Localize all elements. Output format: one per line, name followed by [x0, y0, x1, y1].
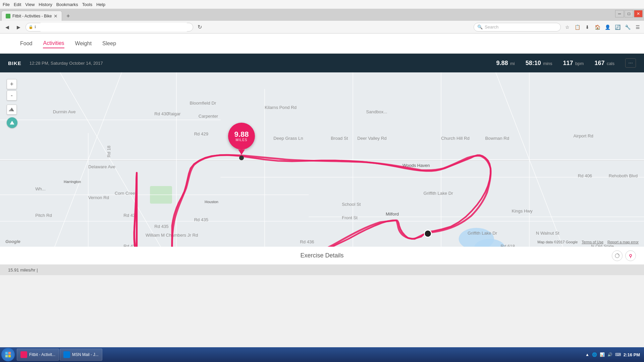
nav-food[interactable]: Food	[20, 39, 32, 48]
place-houston: Houston	[205, 200, 218, 204]
svg-text:Carpenter: Carpenter	[199, 114, 218, 119]
menu-bookmarks[interactable]: Bookmarks	[56, 2, 78, 7]
taskbar-fitbit-app[interactable]: Fitbit - Activit...	[17, 349, 59, 361]
map-background: Rd 18 Rd 430 Rd 431 Rd 432 Rd 436 Rd 620…	[0, 72, 644, 247]
start-button[interactable]	[1, 348, 15, 361]
menu-view[interactable]: View	[25, 2, 35, 7]
search-icon: 🔍	[477, 24, 483, 29]
distance-value: 9.88	[496, 60, 508, 66]
activity-stats: 9.88 mi 58:10 mins 117 bpm 167 cals ···	[496, 58, 636, 68]
network-icon[interactable]: 🌐	[592, 352, 597, 357]
extensions-icon[interactable]: 🔧	[624, 23, 631, 31]
terms-link[interactable]: Terms of Use	[582, 240, 603, 244]
map-icon-button[interactable]	[625, 250, 636, 261]
search-bar[interactable]: 🔍 Search	[474, 23, 561, 32]
svg-text:Rd 18: Rd 18	[106, 145, 111, 157]
svg-text:Durmin Ave: Durmin Ave	[53, 109, 76, 114]
exercise-details-bar: Exercise Details	[0, 247, 644, 265]
close-tab-button[interactable]: ✕	[54, 13, 58, 19]
place-woodshaven: Woods Haven	[402, 163, 430, 168]
back-button[interactable]: ◀	[3, 23, 11, 32]
svg-text:Broad St: Broad St	[331, 136, 348, 141]
stat-distance: 9.88 mi	[496, 60, 515, 67]
svg-rect-0	[6, 14, 10, 18]
menu-edit[interactable]: Edit	[14, 2, 21, 7]
svg-text:Kilarns Pond Rd: Kilarns Pond Rd	[265, 105, 297, 110]
reload-button[interactable]: ↻	[196, 23, 203, 31]
stat-cals: 167 cals	[594, 60, 614, 67]
tab-title: Fitbit - Activities - Bike	[12, 14, 52, 18]
svg-text:Church Hill Rd: Church Hill Rd	[441, 136, 470, 141]
menu-history[interactable]: History	[39, 2, 52, 7]
map-container[interactable]: Rd 18 Rd 430 Rd 431 Rd 432 Rd 436 Rd 620…	[0, 72, 644, 247]
speed-bar: 15.91 miles/hr |	[0, 265, 644, 275]
volume-icon[interactable]: 🔊	[607, 352, 612, 357]
map-controls: + -	[7, 79, 17, 128]
svg-text:Front St: Front St	[342, 215, 358, 220]
bookmarks-icon[interactable]: 📋	[574, 23, 581, 31]
menu-help[interactable]: Help	[96, 2, 105, 7]
address-input[interactable]	[37, 23, 190, 32]
taskbar-system: ▲ 🌐 📊 🔊 ⌨ 2:16 PM	[585, 352, 643, 357]
forward-button[interactable]: ▶	[14, 23, 23, 32]
maximize-button[interactable]: □	[625, 10, 633, 17]
fitbit-map-button[interactable]	[7, 117, 17, 128]
svg-rect-79	[5, 352, 8, 354]
svg-text:Griffith Lake Dr: Griffith Lake Dr	[468, 231, 497, 236]
miles-bubble: 9.88 MILES	[228, 123, 255, 149]
time-unit: mins	[543, 61, 552, 66]
home-icon[interactable]: 🏠	[594, 23, 601, 31]
svg-text:William M Chambers Jr Rd: William M Chambers Jr Rd	[146, 233, 198, 238]
battery-icon[interactable]: 📊	[600, 352, 605, 357]
taskbar-clock[interactable]: 2:16 PM	[624, 352, 640, 357]
msn-icon	[63, 351, 70, 358]
svg-text:Airport Rd: Airport Rd	[574, 133, 593, 138]
search-placeholder: Search	[485, 24, 498, 29]
bpm-value: 117	[563, 60, 573, 66]
svg-text:Bloomfield Dr: Bloomfield Dr	[190, 101, 216, 106]
window-controls: ─ □ ✕	[615, 10, 644, 17]
browser-tab[interactable]: Fitbit - Activities - Bike ✕	[1, 11, 62, 21]
nav-sleep[interactable]: Sleep	[102, 39, 116, 48]
download-icon[interactable]: ⬇	[584, 23, 591, 31]
miles-badge: 9.88 MILES	[228, 123, 255, 160]
taskbar-msn-app[interactable]: MSN Mail - J...	[60, 349, 102, 361]
site-nav: Food Activities Weight Sleep	[0, 34, 644, 54]
chart-icon-button[interactable]	[612, 250, 623, 261]
svg-text:Rd 432: Rd 432	[123, 244, 138, 247]
svg-text:Wh...: Wh...	[35, 186, 46, 191]
svg-text:Rd 431: Rd 431	[123, 213, 138, 218]
more-button[interactable]: ···	[625, 58, 636, 68]
menu-bar: File Edit View History Bookmarks Tools H…	[0, 0, 644, 9]
svg-text:N Walnut St: N Walnut St	[536, 231, 559, 236]
bookmark-star-icon[interactable]: ☆	[564, 23, 571, 31]
svg-text:Bowman Rd: Bowman Rd	[485, 136, 509, 141]
system-tray-arrow[interactable]: ▲	[585, 352, 589, 357]
svg-text:Rd 436: Rd 436	[300, 239, 314, 244]
svg-text:Raigar: Raigar	[168, 111, 181, 116]
lock-icon: 🔒	[29, 25, 33, 29]
nav-weight[interactable]: Weight	[75, 39, 92, 48]
terrain-button[interactable]	[7, 105, 17, 115]
svg-text:Rd 429: Rd 429	[194, 131, 208, 136]
close-button[interactable]: ✕	[634, 10, 643, 17]
svg-point-78	[630, 254, 632, 256]
new-tab-button[interactable]: +	[63, 11, 73, 21]
activity-header: BIKE 12:28 PM, Saturday October 14, 2017…	[0, 54, 644, 72]
svg-text:Rehoboth Blvd: Rehoboth Blvd	[609, 173, 638, 178]
keyboard-icon[interactable]: ⌨	[615, 352, 621, 357]
address-input-container: 🔒 ℹ	[25, 23, 193, 32]
account-icon[interactable]: 👤	[604, 23, 611, 31]
miles-pin	[238, 149, 245, 155]
menu-tools[interactable]: Tools	[82, 2, 92, 7]
menu-file[interactable]: File	[3, 2, 10, 7]
report-link[interactable]: Report a map error	[607, 240, 639, 244]
miles-number: 9.88	[234, 131, 249, 138]
zoom-out-button[interactable]: -	[7, 90, 17, 101]
sync-icon[interactable]: 🔄	[614, 23, 621, 31]
nav-activities[interactable]: Activities	[43, 39, 64, 48]
zoom-in-button[interactable]: +	[7, 79, 17, 89]
minimize-button[interactable]: ─	[615, 10, 624, 17]
menu-icon[interactable]: ☰	[634, 23, 641, 31]
bpm-unit: bpm	[575, 61, 584, 66]
